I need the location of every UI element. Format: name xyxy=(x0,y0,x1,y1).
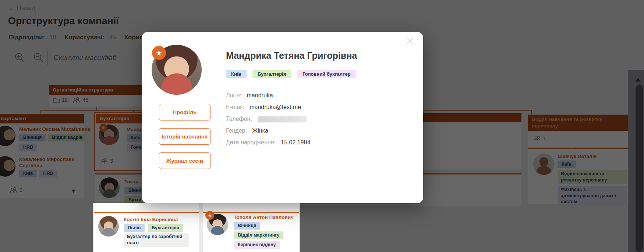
member-name[interactable]: Тополя Антон Павлович xyxy=(234,215,294,221)
tag-position: Головний бухгалтер xyxy=(297,70,356,78)
field-phone-redacted-value xyxy=(258,116,307,122)
field-login-value: mandruka xyxy=(247,92,273,98)
field-birthdate-value: 15.02.1984 xyxy=(281,139,310,145)
member-tags: Вінниця Відділ маркетингу Керівник відді… xyxy=(234,222,283,251)
tag-department: Відділ маркетингу xyxy=(234,231,283,239)
star-badge-icon: ★ xyxy=(205,211,214,220)
field-login-label: Логін: xyxy=(226,92,241,98)
field-birthdate-label: Дата народження: xyxy=(226,139,276,145)
field-login: Логін: mandruka xyxy=(226,92,310,104)
member-tags-2: Бухгалтер по заробітній платі xyxy=(124,233,189,247)
scrollbar-area xyxy=(628,70,644,252)
tag-city: Вінниця xyxy=(234,222,260,230)
profile-tags: Київ Бухгалтерія Головний бухгалтер xyxy=(226,70,360,78)
profile-fields: Логін: mandruka E-mail: mandruka@test.me… xyxy=(226,92,310,151)
field-birthdate: Дата народження: 15.02.1984 xyxy=(226,139,310,151)
field-email-value: mandruka@test.me xyxy=(250,104,301,110)
person-card-topolya[interactable]: ★ Тополя Антон Павлович Вінниця Відділ м… xyxy=(203,212,299,252)
tag-city: Київ xyxy=(226,70,247,78)
field-email-label: E-mail: xyxy=(226,104,244,110)
person-card-kostiv[interactable]: Костів Інна Борисівна Львів Бухгалтерія … xyxy=(94,212,199,252)
profile-modal: ★ Мандрика Тетяна Григорівна Київ Бухгал… xyxy=(142,32,423,203)
tag-department: Бухгалтерія xyxy=(148,224,183,232)
avatar[interactable] xyxy=(98,216,119,237)
tag-city: Львів xyxy=(124,224,145,232)
field-email: E-mail: mandruka@test.me xyxy=(226,104,310,116)
tag-position: Бухгалтер по заробітній платі xyxy=(124,233,189,247)
tag-department: Бухгалтерія xyxy=(252,70,291,78)
field-gender: Гендер: Жінка xyxy=(226,127,310,139)
star-badge-icon: ★ xyxy=(152,46,166,60)
session-log-button[interactable]: Журнал сесій xyxy=(159,152,210,169)
field-phone: Телефон: xyxy=(226,116,310,127)
member-name[interactable]: Костів Інна Борисівна xyxy=(124,217,178,223)
tag-position: Керівник відділу xyxy=(234,241,280,249)
field-gender-label: Гендер: xyxy=(226,127,247,134)
member-tags: Львів Бухгалтерія xyxy=(124,224,183,232)
profile-name: Мандрика Тетяна Григорівна xyxy=(226,50,357,61)
field-phone-label: Телефон: xyxy=(226,116,252,122)
scroll-up-arrow-icon[interactable] xyxy=(636,78,641,82)
close-icon[interactable] xyxy=(406,37,414,45)
scrollbar-thumb[interactable] xyxy=(636,84,643,252)
app-root: ← Назад Оргструктура компанії Підрозділи… xyxy=(0,0,644,252)
field-gender-value: Жінка xyxy=(252,127,268,134)
profile-button[interactable]: Профіль xyxy=(159,104,210,120)
learning-history-button[interactable]: Історія навчання xyxy=(159,128,210,145)
